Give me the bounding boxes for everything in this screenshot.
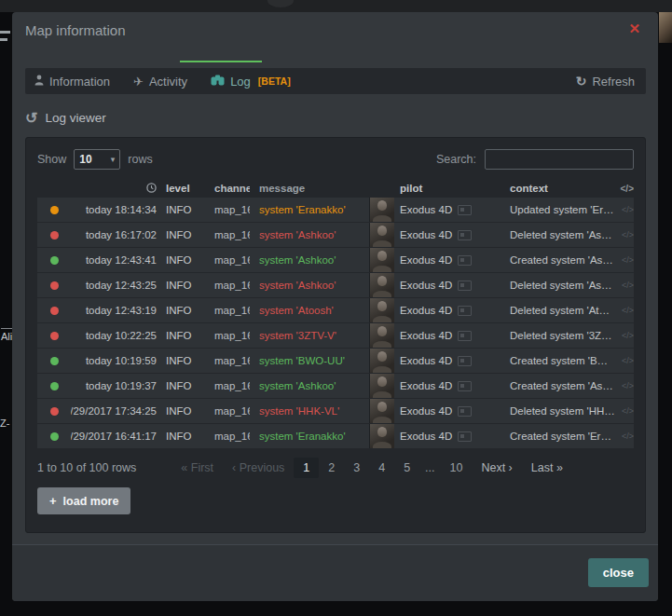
status-cell bbox=[37, 407, 71, 416]
page-number[interactable]: ... bbox=[419, 458, 440, 478]
tab-information[interactable]: Information bbox=[34, 75, 133, 89]
tab-log[interactable]: Log [BETA] bbox=[211, 75, 314, 89]
time-cell: today 10:19:59 bbox=[71, 355, 157, 366]
time-cell: today 18:14:34 bbox=[71, 204, 157, 215]
status-dot bbox=[50, 206, 59, 214]
expand-code-icon[interactable]: </> bbox=[615, 205, 634, 214]
log-viewer-title: Log viewer bbox=[45, 111, 105, 125]
message-cell: system 'Ashkoo' bbox=[250, 229, 369, 240]
time-column-header[interactable] bbox=[71, 183, 157, 195]
status-dot bbox=[50, 357, 59, 365]
table-row: today 12:43:41 INFO map_16 system 'Ashko… bbox=[37, 248, 634, 273]
status-dot bbox=[50, 332, 59, 340]
time-cell: today 16:17:02 bbox=[71, 229, 157, 240]
background-map-node bbox=[267, 0, 294, 7]
pilot-cell: Exodus 4D bbox=[394, 431, 504, 442]
expand-code-icon[interactable]: </> bbox=[615, 255, 634, 265]
status-dot bbox=[50, 432, 59, 441]
context-cell: Deleted system 'Ashkoo' ... bbox=[504, 280, 615, 291]
time-cell: today 10:19:37 bbox=[71, 380, 157, 391]
table-row: today 12:43:25 INFO map_16 system 'Ashko… bbox=[37, 273, 634, 298]
avatar-cell bbox=[369, 198, 394, 222]
page-number[interactable]: 5 bbox=[394, 458, 419, 478]
context-cell: Deleted system 'Atoosh' #... bbox=[504, 305, 615, 316]
table-row: 09/29/2017 16:41:17 INFO map_16 system '… bbox=[37, 424, 634, 449]
chevron-down-icon: ▾ bbox=[111, 155, 116, 164]
load-more-button[interactable]: + load more bbox=[37, 487, 130, 514]
portrait-card-icon bbox=[458, 306, 472, 316]
context-cell: Deleted system '3ZTV-V' #... bbox=[504, 330, 615, 341]
status-cell bbox=[37, 307, 71, 315]
status-cell bbox=[37, 231, 71, 240]
avatar-cell bbox=[369, 248, 394, 272]
portrait-card-icon bbox=[458, 431, 472, 442]
page-number[interactable]: 1 bbox=[294, 458, 319, 478]
channel-cell: map_16 bbox=[203, 405, 250, 417]
show-rows-label: Show bbox=[37, 153, 66, 166]
refresh-button[interactable]: ↻ Refresh bbox=[576, 74, 637, 89]
pilot-column-header[interactable]: pilot bbox=[394, 183, 504, 194]
portrait-card-icon bbox=[458, 381, 472, 391]
expand-code-icon[interactable]: </> bbox=[615, 381, 634, 390]
background-system-label: Z- bbox=[0, 418, 9, 429]
pagination-next[interactable]: Next › bbox=[472, 458, 521, 478]
message-cell: system 'Ashkoo' bbox=[250, 380, 369, 391]
expand-code-icon[interactable]: </> bbox=[615, 356, 634, 365]
level-cell: INFO bbox=[157, 380, 203, 391]
expand-code-icon[interactable]: </> bbox=[615, 431, 634, 441]
pilot-cell: Exodus 4D bbox=[394, 280, 504, 291]
page-number[interactable]: 10 bbox=[441, 458, 473, 478]
close-icon[interactable]: ✕ bbox=[628, 21, 640, 37]
expand-code-icon[interactable]: </> bbox=[615, 406, 634, 416]
time-cell: today 10:22:25 bbox=[71, 330, 157, 341]
pagination-first: « First bbox=[171, 458, 223, 478]
log-table-body: today 18:14:34 INFO map_16 system 'Erana… bbox=[37, 198, 634, 449]
table-row: today 10:22:25 INFO map_16 system '3ZTV-… bbox=[37, 323, 634, 349]
pilot-cell: Exodus 4D bbox=[394, 254, 504, 266]
pilot-avatar bbox=[369, 374, 394, 398]
search-area: Search: bbox=[436, 149, 634, 170]
page-number[interactable]: 4 bbox=[369, 458, 394, 478]
page-number[interactable]: 3 bbox=[344, 458, 369, 478]
channel-cell: map_16 bbox=[203, 355, 250, 366]
message-cell: system 'Eranakko' bbox=[250, 431, 369, 442]
search-input[interactable] bbox=[485, 149, 634, 170]
expand-code-icon[interactable]: </> bbox=[615, 306, 634, 315]
context-column-header[interactable]: context bbox=[504, 183, 615, 194]
pilot-name: Exodus 4D bbox=[400, 405, 452, 417]
channel-cell: map_16 bbox=[203, 380, 250, 391]
background-ui-fragment bbox=[0, 31, 10, 34]
avatar-cell bbox=[369, 399, 394, 423]
pilot-name: Exodus 4D bbox=[400, 330, 452, 341]
level-column-header[interactable]: level bbox=[157, 183, 203, 194]
pilot-avatar bbox=[369, 323, 394, 348]
status-dot bbox=[50, 281, 59, 290]
tab-activity-label: Activity bbox=[149, 75, 187, 89]
message-cell: system '3ZTV-V' bbox=[250, 330, 369, 341]
table-header-row: level channel message pilot context </> bbox=[37, 179, 634, 198]
page-number[interactable]: 2 bbox=[319, 458, 344, 478]
pilot-avatar bbox=[369, 198, 394, 222]
expand-code-icon[interactable]: </> bbox=[615, 331, 634, 340]
table-row: today 16:17:02 INFO map_16 system 'Ashko… bbox=[37, 223, 634, 248]
portrait-card-icon bbox=[458, 331, 472, 341]
expand-code-icon[interactable]: </> bbox=[615, 230, 634, 240]
channel-column-header[interactable]: channel bbox=[203, 183, 250, 194]
message-column-header[interactable]: message bbox=[250, 183, 369, 194]
log-viewer-panel: Show 10 ▾ rows Search: level bbox=[25, 137, 646, 533]
close-button[interactable]: close bbox=[588, 558, 649, 587]
rows-per-page-select[interactable]: 10 ▾ bbox=[74, 149, 120, 170]
table-controls: Show 10 ▾ rows Search: bbox=[37, 147, 634, 171]
status-cell bbox=[37, 281, 71, 290]
avatar-cell bbox=[369, 374, 394, 398]
pagination-last[interactable]: Last » bbox=[522, 458, 572, 478]
plane-icon: ✈ bbox=[133, 75, 144, 89]
portrait-card-icon bbox=[458, 255, 472, 266]
clock-icon bbox=[146, 183, 157, 195]
rows-per-page-value: 10 bbox=[79, 153, 91, 166]
pilot-name: Exodus 4D bbox=[400, 305, 452, 316]
expand-code-icon[interactable]: </> bbox=[615, 281, 634, 290]
tab-activity[interactable]: ✈ Activity bbox=[133, 75, 211, 89]
level-cell: INFO bbox=[157, 254, 203, 266]
screen: Ali Z- Map information ✕ Information ✈ A… bbox=[0, 0, 672, 616]
